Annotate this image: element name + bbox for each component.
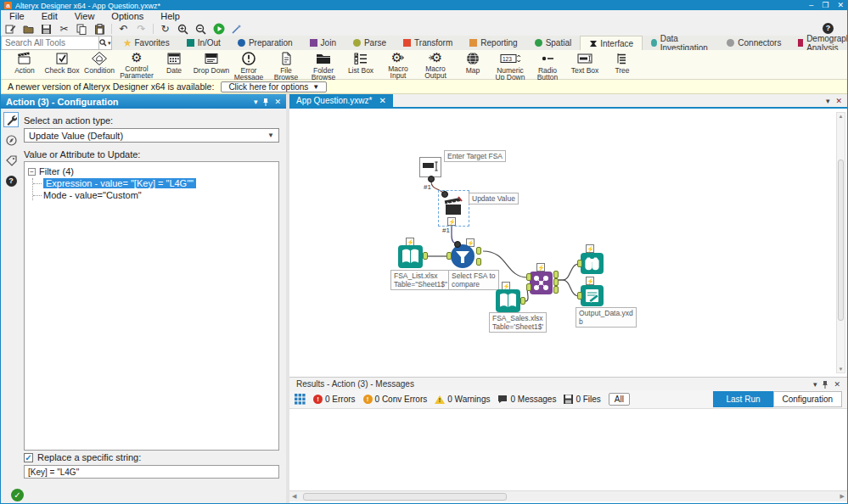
palette-tool-condition[interactable]: Condition: [81, 51, 118, 79]
help-tab-icon[interactable]: ?: [3, 173, 19, 188]
menu-file[interactable]: File: [9, 11, 25, 21]
tab-transform[interactable]: Transform: [395, 36, 461, 50]
lightning-anchor-icon[interactable]: ⚡: [586, 244, 594, 253]
annotation-tab-icon[interactable]: [3, 153, 19, 168]
interface-anchor-icon[interactable]: [441, 191, 448, 198]
tab-demographic-analysis[interactable]: Demographic Analysis: [789, 36, 848, 50]
pin-icon[interactable]: [262, 98, 269, 106]
false-output-anchor[interactable]: [476, 258, 481, 266]
workflow-tab[interactable]: App Question.yxwz* ✕: [289, 94, 393, 107]
save-icon[interactable]: [40, 23, 53, 35]
cut-icon[interactable]: ✂: [58, 23, 70, 35]
panel-menu-icon[interactable]: ▾: [254, 98, 258, 106]
copy-icon[interactable]: [76, 23, 88, 35]
palette-tool-check-box[interactable]: Check Box: [43, 51, 81, 79]
node-text-box[interactable]: [419, 157, 441, 177]
left-input-anchor[interactable]: [526, 273, 531, 281]
input-anchor[interactable]: [577, 292, 582, 300]
search-input[interactable]: [1, 36, 99, 50]
configuration-tab-icon[interactable]: [3, 112, 19, 127]
lightning-anchor-icon[interactable]: ⚡: [447, 217, 456, 226]
zoom-out-icon[interactable]: [194, 23, 207, 35]
replace-string-checkbox[interactable]: ✓: [24, 453, 33, 462]
replace-string-input[interactable]: [24, 465, 279, 479]
results-close-icon[interactable]: ✕: [834, 380, 840, 389]
tree-collapse-icon[interactable]: −: [28, 168, 36, 176]
configuration-button[interactable]: Configuration: [773, 391, 842, 407]
scroll-left-icon[interactable]: ◀: [292, 493, 296, 500]
scrollbar-thumb[interactable]: [303, 493, 507, 501]
true-output-anchor[interactable]: [476, 247, 481, 255]
palette-tool-macro-output[interactable]: ⚙Macro Output: [417, 51, 454, 79]
workflow-canvas[interactable]: Enter Target FSA #1 Update Value ⚡ #1 ⚡ …: [289, 110, 847, 377]
workflow-tab-close-icon[interactable]: ✕: [379, 96, 386, 105]
run-workflow-icon[interactable]: [212, 23, 225, 35]
palette-tool-error-message[interactable]: Error Message: [230, 51, 267, 79]
tab-spatial[interactable]: Spatial: [526, 36, 581, 50]
last-run-button[interactable]: Last Run: [713, 391, 772, 407]
palette-tool-control-parameter[interactable]: ⚙Control Parameter: [118, 51, 155, 79]
lightning-anchor-icon[interactable]: ⚡: [586, 277, 594, 285]
canvas-vertical-scrollbar[interactable]: ▲ ▼: [836, 112, 845, 373]
right-input-anchor[interactable]: [526, 283, 531, 291]
filter-all-button[interactable]: All: [609, 393, 630, 406]
errors-counter[interactable]: !0 Errors: [313, 395, 356, 404]
output-anchor[interactable]: [520, 297, 525, 305]
palette-tool-radio-button[interactable]: Radio Button: [529, 51, 566, 79]
node-input-fsa-list[interactable]: [398, 245, 423, 268]
palette-tool-map[interactable]: Map: [454, 51, 491, 79]
node-join[interactable]: [530, 272, 553, 294]
tab-list-icon[interactable]: ▾: [826, 97, 830, 105]
node-action-update-value[interactable]: [442, 195, 465, 217]
close-button[interactable]: ✕: [837, 2, 844, 9]
restore-button[interactable]: ❐: [822, 2, 828, 9]
undo-icon[interactable]: ↶: [117, 23, 130, 35]
palette-tool-macro-input[interactable]: ⚙Macro Input: [379, 51, 417, 79]
input-anchor[interactable]: [577, 260, 582, 267]
tab-favorites[interactable]: Favorites: [115, 36, 178, 50]
files-counter[interactable]: 0 Files: [564, 395, 600, 404]
tree-item-expression[interactable]: Expression - value= "[Key] = "L4G"": [33, 178, 275, 188]
palette-tool-list-box[interactable]: List Box: [342, 51, 379, 79]
tree-item-mode[interactable]: Mode - value="Custom": [33, 190, 275, 200]
scroll-right-icon[interactable]: ▶: [840, 493, 845, 500]
menu-help[interactable]: Help: [160, 11, 180, 21]
tab-data-investigation[interactable]: Data Investigation: [643, 36, 718, 50]
tree-root-row[interactable]: − Filter (4): [28, 166, 275, 176]
zoom-in-icon[interactable]: [177, 23, 189, 35]
conv-errors-counter[interactable]: !0 Conv Errors: [363, 395, 428, 404]
join-output-anchor[interactable]: [553, 278, 559, 286]
results-menu-icon[interactable]: ▾: [813, 380, 817, 389]
tab-connectors[interactable]: Connectors: [718, 36, 789, 50]
scrollbar-thumb[interactable]: [838, 160, 844, 321]
palette-tool-drop-down[interactable]: Drop Down: [193, 51, 230, 79]
lightning-anchor-icon[interactable]: ⚡: [536, 263, 545, 272]
update-options-button[interactable]: Click here for options▼: [221, 81, 327, 92]
tab-join[interactable]: Join: [301, 36, 345, 50]
minimize-button[interactable]: –: [809, 2, 813, 9]
palette-tool-tree[interactable]: Tree: [604, 51, 641, 79]
tab-close-all-icon[interactable]: ✕: [835, 97, 842, 105]
navigation-tab-icon[interactable]: [3, 132, 19, 148]
menu-options[interactable]: Options: [111, 11, 143, 21]
results-pin-icon[interactable]: [822, 380, 828, 389]
messages-counter[interactable]: 0 Messages: [497, 395, 556, 404]
menu-view[interactable]: View: [75, 11, 95, 21]
tab-preparation[interactable]: Preparation: [229, 36, 301, 50]
results-horizontal-scrollbar[interactable]: ◀ ▶: [289, 490, 847, 501]
search-options-button[interactable]: ▾: [99, 36, 112, 50]
input-anchor[interactable]: [446, 252, 452, 260]
output-anchor[interactable]: [423, 252, 428, 260]
palette-tool-folder-browse[interactable]: Folder Browse: [305, 51, 342, 79]
left-output-anchor[interactable]: [553, 271, 559, 278]
node-output-data[interactable]: [581, 285, 604, 306]
schedule-refresh-icon[interactable]: ↻: [159, 23, 171, 35]
redo-icon[interactable]: ↷: [135, 23, 148, 35]
palette-tool-file-browse[interactable]: File Browse: [267, 51, 305, 79]
menu-edit[interactable]: Edit: [42, 11, 58, 21]
panel-close-icon[interactable]: ✕: [274, 98, 281, 106]
warnings-counter[interactable]: 0 Warnings: [435, 395, 490, 404]
tab-in-out[interactable]: In/Out: [178, 36, 229, 50]
palette-tool-numeric-up-down[interactable]: 123Numeric Up Down: [491, 51, 529, 79]
help-icon[interactable]: ?: [823, 23, 834, 34]
